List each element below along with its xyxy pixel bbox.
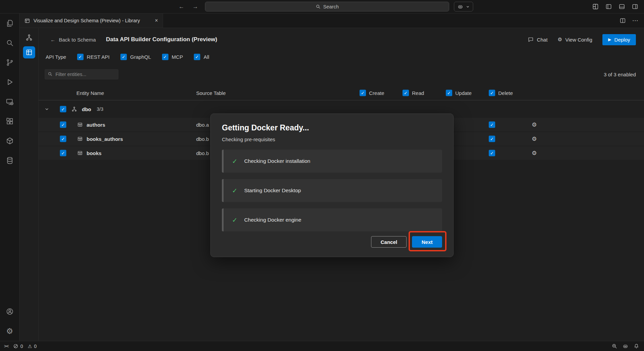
remote-indicator[interactable]: ><	[4, 344, 8, 349]
bell-icon[interactable]	[634, 343, 639, 349]
gear-icon: ⚙	[6, 327, 13, 336]
filter-entities-input[interactable]	[45, 69, 118, 79]
toggle-sidebar-right-icon[interactable]	[631, 3, 639, 10]
tab-webview-icon	[24, 18, 30, 24]
all-option[interactable]: ✓ All	[194, 54, 209, 60]
column-update: ✓ Update	[446, 90, 472, 96]
remote-explorer-activity-button[interactable]	[0, 92, 19, 111]
group-checkbox-cell: ✓	[60, 106, 66, 112]
source-table: dbo.a	[196, 122, 209, 128]
package-cube-icon	[6, 137, 14, 145]
graphql-checkbox[interactable]: ✓	[120, 54, 127, 60]
success-check-icon: ✓	[232, 187, 237, 195]
schema-hierarchy-icon	[25, 34, 33, 41]
graphql-option[interactable]: ✓ GraphQL	[120, 54, 151, 60]
mcp-option[interactable]: ✓ MCP	[162, 54, 183, 60]
status-left: >< 0 ⚠ 0	[4, 344, 37, 349]
chevron-down-icon	[466, 5, 470, 9]
nav-back-button[interactable]: ←	[179, 3, 184, 10]
tab-visualize-schema[interactable]: Visualize and Design Schema (Preview) - …	[20, 14, 163, 28]
play-icon: ▶	[608, 37, 611, 42]
extensions-icon	[6, 117, 14, 125]
check-icon: ✓	[61, 151, 65, 156]
delete-label: Delete	[498, 90, 513, 96]
nav-forward-button[interactable]: →	[192, 3, 198, 10]
row-settings-gear-icon[interactable]: ⚙	[532, 121, 537, 128]
row-settings-gear-icon[interactable]: ⚙	[532, 150, 537, 157]
row-enabled-checkbox[interactable]: ✓	[60, 122, 66, 128]
accounts-activity-button[interactable]	[0, 302, 19, 321]
group-checkbox[interactable]: ✓	[60, 106, 66, 112]
row-enabled-checkbox[interactable]: ✓	[60, 136, 66, 142]
more-actions-icon[interactable]: ⋯	[632, 17, 639, 24]
database-activity-button[interactable]	[0, 151, 19, 170]
chat-button[interactable]: Chat	[528, 36, 548, 43]
settings-activity-button[interactable]: ⚙	[0, 321, 19, 341]
copilot-menu-button[interactable]	[454, 2, 473, 11]
mcp-checkbox[interactable]: ✓	[162, 54, 168, 60]
cancel-button[interactable]: Cancel	[371, 236, 407, 248]
search-activity-button[interactable]	[0, 33, 19, 53]
toggle-panel-icon[interactable]	[618, 3, 625, 10]
source-table: dbo.b	[196, 150, 209, 156]
customize-layout-icon[interactable]	[592, 3, 599, 10]
check-icon: ✓	[490, 90, 494, 95]
view-config-button[interactable]: ⚙ View Config	[558, 36, 592, 43]
problems-indicator[interactable]: 0 ⚠ 0	[13, 344, 37, 349]
check-icon: ✓	[447, 90, 451, 95]
enabled-summary: 3 of 3 enabled	[604, 72, 636, 77]
all-label: All	[204, 54, 209, 60]
tab-title: Visualize and Design Schema (Preview) - …	[33, 18, 140, 23]
all-checkbox[interactable]: ✓	[194, 54, 200, 60]
step-docker-engine: ✓ Checking Docker engine	[222, 208, 442, 231]
back-to-schema-link[interactable]: ← Back to Schema	[50, 37, 96, 43]
create-label: Create	[369, 90, 384, 96]
step-label: Starting Docker Desktop	[244, 187, 301, 194]
check-icon: ✓	[78, 54, 82, 59]
read-all-checkbox[interactable]: ✓	[402, 90, 409, 96]
run-debug-icon	[6, 78, 14, 86]
column-delete: ✓ Delete	[489, 90, 513, 96]
split-editor-icon[interactable]	[619, 17, 626, 24]
delete-all-checkbox[interactable]: ✓	[489, 90, 495, 96]
containers-activity-button[interactable]	[0, 131, 19, 151]
view-config-label: View Config	[565, 37, 592, 43]
read-label: Read	[412, 90, 424, 96]
layout-controls	[592, 3, 639, 10]
deploy-button[interactable]: ▶ Deploy	[602, 34, 636, 45]
next-button[interactable]: Next	[412, 236, 442, 248]
run-debug-activity-button[interactable]	[0, 72, 19, 92]
copilot-status-icon[interactable]	[622, 343, 628, 349]
schema-view-button[interactable]	[23, 31, 35, 44]
graphql-label: GraphQL	[130, 54, 151, 60]
gear-icon: ⚙	[558, 36, 562, 43]
group-expand-chevron[interactable]	[44, 107, 49, 112]
column-read: ✓ Read	[402, 90, 424, 96]
extensions-activity-button[interactable]	[0, 111, 19, 131]
zoom-icon[interactable]	[612, 343, 617, 349]
tab-close-icon[interactable]: ×	[155, 18, 158, 24]
account-icon	[6, 307, 14, 316]
row-enabled-checkbox[interactable]: ✓	[60, 150, 66, 156]
row-delete-checkbox[interactable]: ✓	[489, 136, 495, 142]
explorer-activity-button[interactable]	[0, 14, 19, 33]
row-delete-checkbox[interactable]: ✓	[489, 122, 495, 128]
step-docker-desktop: ✓ Starting Docker Desktop	[222, 179, 442, 202]
update-all-checkbox[interactable]: ✓	[446, 90, 452, 96]
create-all-checkbox[interactable]: ✓	[360, 90, 366, 96]
group-name: dbo	[82, 106, 91, 112]
warning-count: 0	[34, 344, 37, 349]
row-settings-gear-icon[interactable]: ⚙	[532, 135, 537, 143]
rest-api-option[interactable]: ✓ REST API	[77, 54, 110, 60]
rest-api-checkbox[interactable]: ✓	[77, 54, 84, 60]
step-label: Checking Docker engine	[244, 217, 301, 223]
toggle-sidebar-left-icon[interactable]	[605, 3, 612, 10]
group-count: 3/3	[97, 106, 103, 112]
source-control-activity-button[interactable]	[0, 53, 19, 72]
chat-icon	[528, 36, 534, 43]
dab-config-button[interactable]	[23, 46, 35, 58]
mcp-label: MCP	[172, 54, 183, 60]
command-center-search[interactable]: Search	[205, 2, 449, 11]
row-delete-checkbox[interactable]: ✓	[489, 150, 495, 156]
search-label: Search	[323, 4, 339, 9]
